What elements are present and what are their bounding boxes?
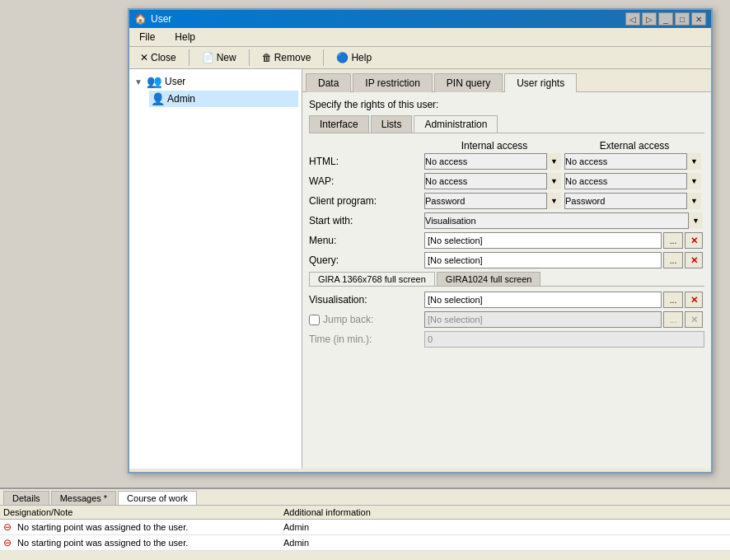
sub-tab-interface[interactable]: Interface	[309, 115, 369, 133]
content-panel: Data IP restriction PIN query User right…	[302, 69, 711, 469]
vis-label: Visualisation:	[309, 294, 424, 306]
bottom-tab-details[interactable]: Details	[3, 491, 49, 505]
error-icon-2: ⊖	[3, 537, 12, 548]
tree-root[interactable]: ▼ 👥 User	[133, 72, 298, 91]
internal-access-header: Internal access	[424, 140, 564, 152]
window-icon: 🏠	[134, 13, 147, 25]
client-row: Client program: No access Password Full …	[309, 193, 704, 209]
tree-panel: ▼ 👥 User 👤 Admin	[129, 69, 302, 469]
vis-row: Visualisation: ... ✕	[309, 292, 704, 308]
close-label: Close	[151, 52, 176, 63]
vis-input-row: ... ✕	[424, 292, 703, 308]
query-browse-btn[interactable]: ...	[663, 252, 683, 268]
restore-btn[interactable]: □	[675, 12, 690, 26]
separator-1	[189, 49, 190, 66]
menu-browse-btn[interactable]: ...	[663, 232, 683, 249]
sub-tab-lists[interactable]: Lists	[371, 115, 413, 133]
gira-tab-1024[interactable]: GIRA1024 full screen	[437, 272, 541, 286]
vis-input[interactable]	[424, 292, 662, 308]
menu-clear-btn[interactable]: ✕	[685, 232, 703, 249]
bottom-tab-messages[interactable]: Messages *	[51, 491, 116, 505]
html-external-wrapper: No access Password Full access ▼	[564, 153, 701, 170]
start-with-wrapper: Visualisation Menu ▼	[424, 212, 703, 229]
main-tab-row: Data IP restriction PIN query User right…	[302, 69, 711, 92]
window-controls: ◁ ▷ _ □ ✕	[625, 12, 706, 26]
wap-external-wrapper: No access Password Full access ▼	[564, 173, 701, 189]
client-external-select[interactable]: No access Password Full access	[564, 193, 701, 209]
minimize-btn[interactable]: _	[658, 12, 673, 26]
tab-data[interactable]: Data	[306, 73, 351, 92]
html-label: HTML:	[309, 156, 424, 167]
error-icon-1: ⊖	[3, 521, 12, 533]
wap-external-select[interactable]: No access Password Full access	[564, 173, 701, 189]
row1-info: Admin	[283, 522, 432, 532]
window-title: 🏠 User	[134, 13, 171, 25]
new-label: New	[217, 52, 236, 63]
row2-info: Admin	[283, 538, 432, 548]
html-internal-wrapper: No access Password Full access ▼	[424, 153, 561, 170]
label-spacer	[309, 140, 424, 152]
tree-root-icon: 👥	[147, 74, 162, 89]
html-internal-select[interactable]: No access Password Full access	[424, 153, 561, 170]
gira-tab-row: GIRA 1366x768 full screen GIRA1024 full …	[309, 272, 704, 287]
help-button[interactable]: 🔵 Help	[329, 49, 379, 66]
tab-user-rights[interactable]: User rights	[504, 73, 577, 92]
jump-back-checkbox[interactable]	[309, 315, 320, 325]
tab-pin-query[interactable]: PIN query	[434, 73, 503, 92]
tree-admin-icon: 👤	[151, 92, 165, 105]
vis-clear-btn[interactable]: ✕	[685, 292, 703, 308]
start-with-select[interactable]: Visualisation Menu	[424, 212, 703, 229]
bottom-tab-course[interactable]: Course of work	[118, 491, 197, 505]
gira-tab-1366[interactable]: GIRA 1366x768 full screen	[309, 272, 435, 286]
new-icon: 📄	[202, 52, 214, 63]
remove-button[interactable]: 🗑 Remove	[255, 49, 319, 66]
client-internal-wrapper: No access Password Full access ▼	[424, 193, 561, 209]
wap-internal-select[interactable]: No access Password Full access	[424, 173, 561, 189]
tree-children: 👤 Admin	[133, 91, 298, 107]
table-row: ⊖ No starting point was assigned to the …	[0, 520, 730, 535]
toolbar: ✕ Close 📄 New 🗑 Remove 🔵 Help	[129, 47, 711, 69]
table-row: ⊖ No starting point was assigned to the …	[0, 535, 730, 551]
jump-back-label: Jump back:	[323, 314, 378, 325]
tree-toggle: ▼	[134, 77, 144, 86]
query-input-row: ... ✕	[424, 252, 703, 268]
close-btn[interactable]: ✕	[691, 12, 706, 26]
row2-note: ⊖ No starting point was assigned to the …	[3, 537, 283, 548]
row1-note-text: No starting point was assigned to the us…	[17, 522, 188, 532]
tab-ip-restriction[interactable]: IP restriction	[353, 73, 432, 92]
new-button[interactable]: 📄 New	[194, 49, 244, 66]
row1-note: ⊖ No starting point was assigned to the …	[3, 521, 283, 533]
bottom-content: Designation/Note Additional information …	[0, 506, 730, 551]
time-row: Time (in min.):	[309, 331, 704, 348]
separator-3	[323, 49, 324, 66]
menu-row: Menu: ... ✕	[309, 232, 704, 249]
nav-fwd-btn[interactable]: ▷	[642, 12, 657, 26]
row2-note-text: No starting point was assigned to the us…	[17, 538, 188, 548]
app-container: 🏠 User ◁ ▷ _ □ ✕ File Help ✕ Close	[0, 0, 730, 560]
sub-tab-row: Interface Lists Administration	[309, 115, 704, 133]
client-internal-select[interactable]: No access Password Full access	[424, 193, 561, 209]
time-input	[424, 331, 704, 348]
help-label: Help	[351, 52, 372, 63]
menu-input[interactable]	[424, 232, 662, 249]
sub-tab-administration[interactable]: Administration	[414, 115, 498, 133]
nav-back-btn[interactable]: ◁	[625, 12, 640, 26]
menu-help[interactable]: Help	[170, 30, 200, 44]
jump-back-browse-btn: ...	[663, 311, 683, 328]
window-body: ▼ 👥 User 👤 Admin Data IP restriction	[129, 69, 711, 469]
client-external-wrapper: No access Password Full access ▼	[564, 193, 701, 209]
access-headers: Internal access External access	[309, 140, 704, 152]
html-external-select[interactable]: No access Password Full access	[564, 153, 701, 170]
tree-root-label: User	[165, 76, 185, 87]
tree-admin[interactable]: 👤 Admin	[149, 91, 298, 107]
external-access-header: External access	[564, 140, 704, 152]
bottom-panel: Details Messages * Course of work Design…	[0, 488, 730, 560]
query-clear-btn[interactable]: ✕	[685, 252, 703, 268]
vis-browse-btn[interactable]: ...	[663, 292, 683, 308]
separator-2	[249, 49, 250, 66]
col-header-extra	[432, 507, 727, 517]
query-input[interactable]	[424, 252, 662, 268]
wap-row: WAP: No access Password Full access ▼	[309, 173, 704, 189]
menu-file[interactable]: File	[134, 30, 160, 44]
close-button[interactable]: ✕ Close	[133, 49, 184, 66]
